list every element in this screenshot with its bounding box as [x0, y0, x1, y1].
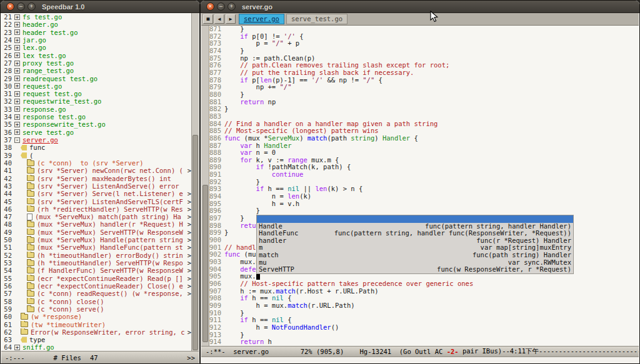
folder-icon[interactable] — [27, 160, 34, 166]
code-line[interactable]: 914 return h — [209, 338, 639, 346]
speedbar-item-label[interactable]: func — [29, 144, 45, 151]
tag-icon[interactable] — [21, 337, 27, 343]
speedbar-item[interactable]: 23+header_test.go — [1, 29, 191, 36]
speedbar-item-label[interactable]: header_test.go — [22, 29, 78, 36]
speedbar-item[interactable]: 24+jar.go — [1, 36, 191, 44]
folder-icon[interactable] — [21, 322, 28, 327]
speedbar-item-label[interactable]: jar.go — [22, 36, 46, 44]
folder-icon[interactable] — [27, 275, 34, 281]
folder-icon[interactable] — [27, 184, 34, 189]
speedbar-item[interactable]: 57(c *conn) readRequest() (w *response,> — [1, 290, 191, 297]
code-line[interactable]: 909 h = mux.match(r.URL.Path) — [209, 302, 639, 310]
code-line[interactable]: 879 np += "/" — [209, 84, 639, 91]
speedbar-item[interactable]: 61(tw *timeoutWriter) — [1, 321, 191, 328]
expand-plus-icon[interactable]: + — [14, 91, 20, 97]
folder-icon[interactable] — [27, 245, 34, 250]
speedbar-item-label[interactable]: proxy_test.go — [22, 59, 74, 67]
code-line[interactable]: 873 p = "/" + p — [209, 40, 639, 47]
speedbar-item-label[interactable]: sniff.go — [22, 343, 54, 351]
expand-plus-icon[interactable]: + — [14, 29, 20, 35]
completion-row[interactable]: mvar map[string]muxEntry — [257, 244, 573, 252]
expand-plus-icon[interactable]: + — [14, 114, 20, 120]
speedbar-item-label[interactable]: header.go — [22, 21, 58, 28]
speedbar-item[interactable]: 27+proxy_test.go — [1, 59, 191, 67]
expand-plus-icon[interactable]: + — [14, 129, 20, 135]
editor-scrollbar-thumb[interactable] — [202, 185, 208, 342]
speedbar-item[interactable]: 31+request_test.go — [1, 90, 191, 97]
speedbar-item-label[interactable]: (f HandlerFunc) ServeHTTP(w ResponseW — [37, 267, 183, 274]
speedbar-item[interactable]: 34+response_test.go — [1, 113, 191, 121]
expand-plus-icon[interactable]: + — [14, 99, 20, 104]
speedbar-item-label[interactable]: response.go — [22, 106, 66, 113]
folder-icon[interactable] — [27, 283, 34, 289]
speedbar-item[interactable]: 64+sniff.go — [1, 343, 191, 351]
folder-icon[interactable] — [27, 268, 34, 273]
collapse-minus-icon[interactable]: - — [14, 137, 20, 143]
speedbar-item-label[interactable]: readrequest_test.go — [22, 75, 98, 82]
speedbar-item-label[interactable]: (c *conn) to (srv *Server) — [37, 159, 144, 167]
completion-row[interactable]: matchfunc(path string) Handler — [257, 252, 573, 259]
speedbar-item-label[interactable]: lex.go — [22, 44, 46, 51]
minimize-icon[interactable]: – — [17, 2, 25, 11]
folder-icon[interactable] — [21, 329, 28, 335]
completion-row[interactable]: ServeHTTPfunc(w ResponseWriter, r *Reque… — [257, 266, 573, 273]
speedbar-item[interactable]: 62Error(w ResponseWriter, error string, … — [1, 328, 191, 336]
code-area[interactable]: 871 }872 if p[0] != '/' {873 p = "/" + p… — [209, 26, 639, 346]
close-icon[interactable]: × — [206, 2, 214, 11]
expand-plus-icon[interactable]: + — [14, 345, 20, 350]
speedbar-item-label[interactable]: (c *conn) serve() — [37, 305, 104, 313]
folder-icon[interactable] — [27, 252, 34, 258]
expand-plus-icon[interactable]: + — [14, 76, 20, 81]
code-line[interactable]: 881 return np — [209, 99, 639, 106]
code-line[interactable]: 912 h = NotFoundHandler() — [209, 324, 639, 332]
speedbar-item-label[interactable]: (mux *ServeMux) handler(r *Request) H — [37, 220, 183, 228]
maximize-icon[interactable]: + — [28, 2, 36, 11]
close-icon[interactable]: × — [6, 2, 14, 11]
speedbar-item[interactable]: 58(c *conn) close() — [1, 298, 191, 305]
speedbar-item[interactable]: 46(rh *redirectHandler) ServeHTTP(w Res> — [1, 205, 191, 213]
speedbar-item-label[interactable]: (h *timeoutHandler) ServeHTTP(w Respo — [37, 259, 183, 267]
speedbar-item[interactable]: 30+request.go — [1, 82, 191, 90]
folder-icon[interactable] — [27, 199, 34, 204]
speedbar-item-label[interactable]: (c *conn) close() — [37, 298, 104, 305]
speedbar-item-label[interactable]: (ecr *expectContinueReader) Close() e — [37, 282, 183, 290]
code-line[interactable]: 882} — [209, 106, 639, 113]
tag-icon[interactable] — [21, 145, 27, 150]
speedbar-item[interactable]: 40(c *conn) to (srv *Server) — [1, 159, 191, 167]
completion-row[interactable]: handlerfunc(r *Request) Handler — [257, 237, 573, 245]
tag-icon[interactable] — [21, 152, 27, 158]
speedbar-item-label[interactable]: server.go — [22, 136, 58, 144]
speedbar-item[interactable]: 29+readrequest_test.go — [1, 75, 191, 82]
speedbar-item-label[interactable]: (mux *ServeMux) ServeHTTP(w ResponseW — [37, 229, 183, 236]
editor-titlebar[interactable]: × – + server.go — [201, 1, 639, 13]
speedbar-item[interactable]: 21+fs_test.go — [1, 13, 191, 21]
speedbar-item-label[interactable]: request_test.go — [22, 90, 82, 97]
speedbar-item[interactable]: 43(srv *Server) ListenAndServe() error — [1, 182, 191, 190]
speedbar-item[interactable]: 59(c *conn) serve() — [1, 305, 191, 313]
speedbar-item-label[interactable]: (rh *redirectHandler) ServeHTTP(w Res — [37, 205, 183, 213]
expand-plus-icon[interactable]: + — [14, 14, 20, 20]
speedbar-item-label[interactable]: (srv *Server) maxHeaderBytes() int — [37, 175, 171, 182]
expand-plus-icon[interactable]: + — [14, 22, 20, 27]
speedbar-item-label[interactable]: ( — [29, 152, 33, 159]
minimize-icon[interactable]: – — [217, 2, 225, 11]
folder-icon[interactable] — [27, 298, 34, 304]
expand-plus-icon[interactable]: + — [14, 106, 20, 112]
speedbar-item-label[interactable]: (mux *ServeMux) Handle(pattern string — [37, 236, 183, 243]
page-icon[interactable] — [27, 214, 32, 220]
folder-icon[interactable] — [27, 191, 34, 197]
speedbar-item-label[interactable]: (srv *Server) ListenAndServe() error — [37, 182, 179, 190]
speedbar-scrollbar[interactable] — [191, 13, 199, 351]
speedbar-item[interactable]: 36+serve_test.go — [1, 129, 191, 136]
speedbar-item[interactable]: 52(h *timeoutHandler) errorBody() strin> — [1, 252, 191, 259]
speedbar-item-label[interactable]: requestwrite_test.go — [22, 97, 101, 105]
speedbar-item-label[interactable]: (c *conn) readRequest() (w *response, — [37, 290, 183, 297]
tab-home-button[interactable]: ■ — [203, 14, 213, 24]
speedbar-titlebar[interactable]: × – + Speedbar 1.0 — [1, 1, 199, 13]
speedbar-item[interactable]: 25+lex.go — [1, 44, 191, 51]
folder-icon[interactable] — [27, 237, 34, 243]
speedbar-item[interactable]: 39( — [1, 152, 191, 159]
folder-icon[interactable] — [27, 168, 34, 174]
speedbar-item[interactable]: 33+response.go — [1, 106, 191, 113]
folder-icon[interactable] — [27, 222, 34, 227]
